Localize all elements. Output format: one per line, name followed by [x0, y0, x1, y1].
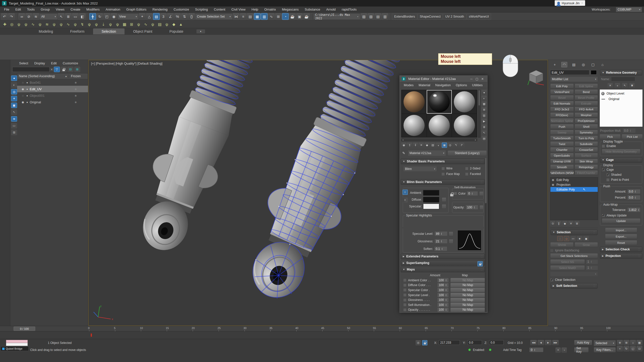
material-sample-slot[interactable]	[401, 90, 427, 114]
shaded-checkbox[interactable]	[606, 173, 610, 176]
material-editor-menu-item[interactable]: Modes	[401, 83, 416, 87]
ornatrix-tool-icon[interactable]: ψ	[149, 21, 156, 28]
orbit-icon[interactable]: ↻	[623, 346, 629, 351]
scene-object-row[interactable]: · ◉ ● Edit_UV ∗	[17, 86, 88, 92]
map-enable-checkbox[interactable]	[403, 293, 407, 297]
visibility-eye-icon[interactable]: ◉	[21, 94, 25, 97]
modifier-button[interactable]: VertexPaint	[550, 89, 574, 94]
ornatrix-tool-icon[interactable]: ψ	[114, 21, 121, 28]
map-slot-button[interactable]: No Map	[450, 293, 485, 297]
material-editor-menu-item[interactable]: Options	[453, 83, 470, 87]
menu-item[interactable]: Animation	[103, 7, 123, 13]
delete-all-references-icon[interactable]: ✖	[629, 83, 635, 88]
frozen-column-header[interactable]: Frozen	[69, 74, 87, 78]
map-amount-spinner[interactable]: 100	[437, 288, 449, 292]
get-material-icon[interactable]: ◉	[401, 143, 407, 148]
modifier-button[interactable]: Edit Normals	[550, 101, 574, 106]
modifier-enable-bulb-icon[interactable]: ◍	[552, 183, 555, 186]
menu-item[interactable]: Arnold	[323, 7, 339, 13]
timeline-tick[interactable]: 45	[322, 326, 348, 332]
menu-item[interactable]: rapidTools	[339, 7, 359, 13]
modifier-button[interactable]: Push	[550, 124, 574, 129]
minimize-icon[interactable]: ─	[469, 77, 474, 81]
sample-uv-tiling-icon[interactable]: ⊞	[481, 107, 487, 112]
keyboard-shortcut-override-icon[interactable]: ▤	[153, 13, 160, 20]
select-by-material-icon[interactable]: ↖	[481, 130, 487, 135]
explorer-menu-item[interactable]: Select	[16, 61, 31, 65]
menu-item[interactable]: Views	[53, 7, 67, 13]
bind-to-space-warp-icon[interactable]: ≋	[32, 13, 39, 20]
time-configuration-icon[interactable]: ◔	[561, 347, 567, 353]
visibility-eye-icon[interactable]: ◉	[21, 87, 25, 91]
display-tab-icon[interactable]: ▢	[590, 62, 596, 67]
timeline-tick[interactable]: 95	[581, 326, 607, 332]
ornatrix-tool-icon[interactable]: ✚	[2, 21, 8, 28]
cage-checkbox[interactable]	[602, 168, 605, 171]
modifier-button[interactable]: Unwrap UVW	[550, 159, 574, 164]
opacity-spinner[interactable]: 100	[466, 205, 478, 210]
two-sided-checkbox[interactable]	[465, 167, 468, 170]
timeline-tick[interactable]: 25	[219, 326, 245, 332]
selection-dot-icon[interactable]: ●	[25, 81, 29, 84]
go-to-start-icon[interactable]: ◀◀	[530, 340, 537, 345]
timeline-tick[interactable]: 100	[607, 326, 633, 332]
go-to-end-icon[interactable]: ▶▶	[552, 340, 559, 345]
display-groups-filter-icon[interactable]: ▭	[11, 123, 17, 128]
reference-coordinate-system-dropdown[interactable]: View▾	[117, 14, 139, 20]
show-shaded-in-viewport-icon[interactable]: ▣	[442, 143, 447, 148]
ambient-color-swatch[interactable]	[423, 190, 439, 196]
modifier-button[interactable]: Surface	[575, 153, 598, 158]
motion-tab-icon[interactable]: ◎	[580, 62, 586, 67]
data-management-icon[interactable]: ▤	[375, 13, 381, 20]
go-forward-sibling-icon[interactable]: ↱	[459, 143, 464, 148]
viewport-label[interactable]: [+] [Perspective] [High Quality*] [Defau…	[91, 62, 163, 65]
modifier-enable-bulb-icon[interactable]: ◍	[552, 178, 555, 181]
zoom-all-icon[interactable]: ⊞	[623, 340, 629, 345]
modifier-button[interactable]: Skin Wrap	[575, 159, 598, 164]
custom-script-button[interactable]: UV 2 Smooth	[443, 13, 466, 20]
ornatrix-tool-icon[interactable]: ψ	[51, 21, 57, 28]
menu-item[interactable]: File	[1, 7, 12, 13]
modifier-button[interactable]: Turn to Poly	[575, 135, 598, 141]
rollout-extended-parameters[interactable]: ▶Extended Parameters⁚⁚	[401, 254, 485, 259]
modifier-button[interactable]: Bevel Profile	[575, 95, 598, 100]
modifier-button[interactable]: Smooth	[550, 164, 574, 169]
rollout-soft-selection[interactable]: ▶Soft Selection⁚⁚	[551, 283, 597, 289]
object-color-swatch[interactable]	[591, 70, 597, 75]
ornatrix-tool-icon[interactable]: ψ	[164, 21, 170, 28]
modifier-stack-item[interactable]: ◍ Editable Poly ↖	[550, 187, 598, 192]
sample-slots-vertical-scrollbar[interactable]	[478, 90, 480, 138]
push-amount-spinner[interactable]: 0.0	[627, 189, 640, 194]
maxscript-mini-listener-pink[interactable]	[6, 340, 28, 343]
map-enable-checkbox[interactable]	[403, 279, 407, 282]
modifier-button[interactable]: Edit Poly	[550, 83, 574, 88]
lock-explorer-icon[interactable]	[61, 67, 67, 72]
background-icon[interactable]: ▦	[481, 101, 487, 107]
always-update-checkbox[interactable]	[602, 214, 605, 217]
rollout-shader-basic-parameters[interactable]: ▼Shader Basic Parameters⁚⁚	[401, 159, 485, 164]
select-object-icon[interactable]: ↖	[58, 13, 65, 20]
vertex-subobject-icon[interactable]: ∴	[557, 236, 563, 241]
display-cameras-filter-icon[interactable]: ▣	[11, 103, 17, 108]
lock-maps-icon[interactable]	[477, 261, 483, 266]
options-icon[interactable]: ≣	[481, 124, 487, 130]
specular-level-map-shortcut-button[interactable]	[449, 232, 453, 236]
rollout-supersampling[interactable]: ▶SuperSampling⁚⁚	[401, 260, 485, 266]
material-editor-menu-item[interactable]: Utilities	[470, 83, 485, 87]
rectangular-selection-region-icon[interactable]: ▭	[72, 13, 79, 20]
polygon-subobject-icon[interactable]: ■	[577, 236, 582, 241]
timeline-tick[interactable]: 35	[270, 326, 296, 332]
make-preview-icon[interactable]: ▶	[481, 119, 487, 124]
reset-map-icon[interactable]: ✕	[419, 143, 424, 148]
make-unique-icon[interactable]: ◆	[562, 221, 568, 226]
timeline-tick[interactable]: 70	[452, 326, 477, 332]
undo-icon[interactable]: ↶	[1, 13, 8, 20]
select-matid-spinner[interactable]: 1	[586, 265, 598, 270]
timeline-tick[interactable]: 85	[529, 326, 555, 332]
name-column-header[interactable]: Name (Sorted Ascending)▲	[17, 74, 69, 78]
timeline-tick[interactable]: 50	[348, 326, 374, 332]
ornatrix-tool-icon[interactable]: ψ	[107, 21, 114, 28]
maximize-viewport-icon[interactable]: ⊡	[636, 346, 642, 351]
maximize-icon[interactable]: ▢	[474, 77, 480, 81]
quixel-bridge-button[interactable]: Quixel Bridge	[1, 346, 29, 351]
